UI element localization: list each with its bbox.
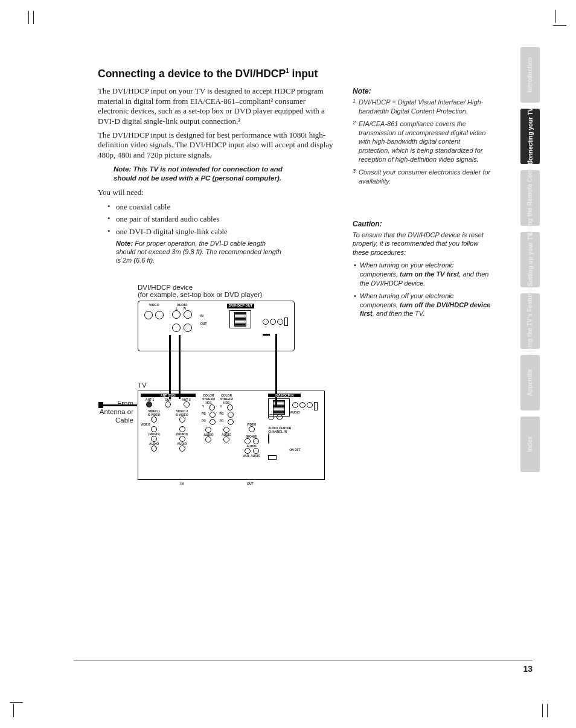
footnote-3: 3Consult your consumer electronics deale… bbox=[353, 168, 491, 186]
caution-list: When turning on your electronic componen… bbox=[353, 261, 491, 318]
list-item: one pair of standard audio cables bbox=[107, 214, 338, 225]
tab-connecting[interactable]: Connecting your TV bbox=[520, 109, 540, 164]
list-item: one DVI-D digital single-link cable bbox=[107, 226, 338, 237]
footnote-2: 2EIA/CEA-861 compliance covers the trans… bbox=[353, 120, 491, 164]
paragraph-1: The DVI/HDCP input on your TV is designe… bbox=[98, 86, 338, 127]
tab-remote[interactable]: Using the Remote Control bbox=[520, 170, 540, 226]
tab-index[interactable]: Index bbox=[520, 417, 540, 472]
tv-panel: From Antenna or Cable ANT (75Ω) ANT-1 OU… bbox=[138, 391, 325, 480]
tab-setting-up[interactable]: Setting up your TV bbox=[520, 232, 540, 287]
tab-introduction[interactable]: Introduction bbox=[520, 47, 540, 103]
list-item: one coaxial cable bbox=[107, 202, 338, 212]
note-label: Note: bbox=[116, 240, 133, 247]
page-number: 13 bbox=[74, 660, 533, 674]
needs-list: one coaxial cable one pair of standard a… bbox=[107, 202, 338, 237]
caution-item-1: When turning on your electronic componen… bbox=[353, 261, 491, 288]
tv-label: TV bbox=[138, 382, 327, 389]
footnote-list: 1DVI/HDCP = Digital Visual Interface/ Hi… bbox=[353, 98, 491, 186]
you-will-need: You will need: bbox=[98, 188, 338, 198]
caution-heading: Caution: bbox=[353, 220, 491, 228]
note-heading: Note: bbox=[353, 87, 491, 95]
caution-item-2: When turning off your electronic compone… bbox=[353, 292, 491, 319]
device-subtitle: (for example, set-top box or DVD player) bbox=[138, 291, 327, 298]
note-pc-warning: Note: This TV is not intended for connec… bbox=[114, 165, 289, 183]
page-title: Connecting a device to the DVI/HDCP1 inp… bbox=[98, 68, 338, 80]
connection-diagram: DVI/HDCP device (for example, set-top bo… bbox=[98, 284, 327, 480]
caution-text: To ensure that the DVI/HDCP device is re… bbox=[353, 231, 491, 258]
tab-appendix[interactable]: Appendix bbox=[520, 355, 540, 410]
tab-features[interactable]: Using the TV's Features bbox=[520, 293, 540, 349]
footnote-1: 1DVI/HDCP = Digital Visual Interface/ Hi… bbox=[353, 98, 491, 116]
cable-length-note: Note: For proper operation, the DVI-D ca… bbox=[116, 239, 285, 265]
device-title: DVI/HDCP device bbox=[138, 284, 327, 291]
note-text: For proper operation, the DVI-D cable le… bbox=[116, 240, 281, 264]
section-tabs: Introduction Connecting your TV Using th… bbox=[520, 47, 540, 478]
heading-tail: input bbox=[289, 68, 318, 80]
paragraph-2: The DVI/HDCP input is designed for best … bbox=[98, 130, 338, 161]
device-panel: VIDEO AUDIO L R IN OUT bbox=[138, 301, 295, 351]
heading-main: Connecting a device to the DVI/HDCP bbox=[98, 68, 286, 80]
